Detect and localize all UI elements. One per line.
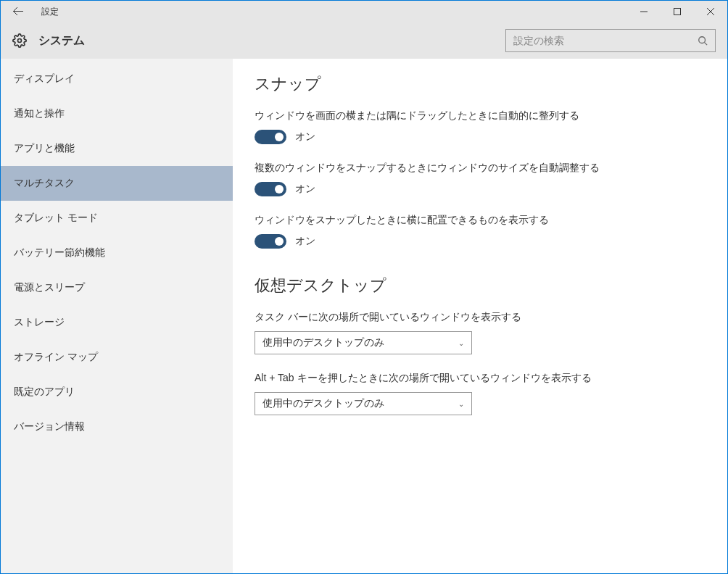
toggle-snap-auto-arrange[interactable] [255,130,286,144]
toggle-snap-assist[interactable] [255,234,286,249]
sidebar-item-label: 通知と操作 [14,107,65,120]
chevron-down-icon: ⌄ [458,339,464,347]
setting-label: ウィンドウを画面の横または隅にドラッグしたときに自動的に整列する [255,109,706,122]
setting-snap-assist: ウィンドウをスナップしたときに横に配置できるものを表示する オン [255,214,706,249]
sidebar-item-defaultapps[interactable]: 既定のアプリ [1,375,233,409]
sidebar-item-notifications[interactable]: 通知と操作 [1,96,233,131]
sidebar-item-label: 電源とスリープ [14,281,85,294]
sidebar-item-label: アプリと機能 [14,142,75,155]
window-controls [627,1,727,22]
search-input[interactable] [513,35,698,46]
content: ディスプレイ 通知と操作 アプリと機能 マルチタスク タブレット モード バッテ… [1,59,727,573]
header: システム [1,22,727,59]
close-button[interactable] [694,1,727,22]
sidebar-item-label: ストレージ [14,316,65,329]
toggle-row: オン [255,182,706,196]
section-virtual-desktop: 仮想デスクトップ タスク バーに次の場所で開いているウィンドウを表示する 使用中… [255,275,706,415]
sidebar-item-storage[interactable]: ストレージ [1,305,233,340]
maximize-icon [674,8,681,15]
sidebar-item-label: タブレット モード [14,212,98,225]
sidebar-item-label: バッテリー節約機能 [14,246,105,259]
sidebar-item-display[interactable]: ディスプレイ [1,62,233,96]
sidebar-item-label: 既定のアプリ [14,386,75,399]
main-panel: スナップ ウィンドウを画面の横または隅にドラッグしたときに自動的に整列する オン… [233,59,727,573]
setting-label: ウィンドウをスナップしたときに横に配置できるものを表示する [255,214,706,227]
toggle-state: オン [295,130,315,144]
toggle-row: オン [255,234,706,249]
sidebar-item-apps[interactable]: アプリと機能 [1,131,233,166]
svg-point-5 [699,37,706,43]
search-icon [698,36,708,46]
search-box[interactable] [505,29,716,52]
titlebar: 🡠 設定 [1,1,727,22]
svg-line-6 [705,43,708,46]
sidebar-item-tablet[interactable]: タブレット モード [1,201,233,236]
back-button[interactable]: 🡠 [1,1,36,22]
back-arrow-icon: 🡠 [12,5,24,18]
toggle-knob [275,185,284,194]
chevron-down-icon: ⌄ [458,400,464,408]
dropdown-value: 使用中のデスクトップのみ [262,397,384,410]
toggle-state: オン [295,235,315,248]
maximize-button[interactable] [661,1,694,22]
sidebar-item-multitasking[interactable]: マルチタスク [1,166,233,201]
sidebar: ディスプレイ 通知と操作 アプリと機能 マルチタスク タブレット モード バッテ… [1,59,233,573]
gear-icon [12,33,27,48]
dropdown-alttab-windows[interactable]: 使用中のデスクトップのみ ⌄ [255,392,472,415]
minimize-button[interactable] [627,1,661,22]
setting-alttab-windows: Alt + Tab キーを押したときに次の場所で開いているウィンドウを表示する … [255,372,706,415]
section-heading-snap: スナップ [255,73,706,95]
close-icon [707,8,714,15]
svg-point-4 [18,39,22,43]
toggle-knob [275,237,284,246]
window-title: 設定 [41,6,59,18]
setting-label: Alt + Tab キーを押したときに次の場所で開いているウィンドウを表示する [255,372,706,385]
minimize-icon [640,8,648,15]
toggle-row: オン [255,130,706,144]
dropdown-value: 使用中のデスクトップのみ [262,336,384,349]
page-title: システム [38,33,85,49]
sidebar-item-power[interactable]: 電源とスリープ [1,270,233,305]
setting-snap-auto-arrange: ウィンドウを画面の横または隅にドラッグしたときに自動的に整列する オン [255,109,706,144]
sidebar-item-label: ディスプレイ [14,72,75,86]
sidebar-item-label: オフライン マップ [14,351,98,364]
sidebar-item-battery[interactable]: バッテリー節約機能 [1,236,233,270]
sidebar-item-maps[interactable]: オフライン マップ [1,340,233,375]
toggle-state: オン [295,183,315,196]
toggle-knob [275,133,284,141]
sidebar-item-label: マルチタスク [14,177,75,190]
sidebar-item-label: バージョン情報 [14,420,85,433]
dropdown-taskbar-windows[interactable]: 使用中のデスクトップのみ ⌄ [255,331,472,354]
setting-taskbar-windows: タスク バーに次の場所で開いているウィンドウを表示する 使用中のデスクトップのみ… [255,311,706,354]
sidebar-item-about[interactable]: バージョン情報 [1,409,233,444]
svg-rect-1 [674,9,681,15]
setting-snap-auto-size: 複数のウィンドウをスナップするときにウィンドウのサイズを自動調整する オン [255,162,706,196]
toggle-snap-auto-size[interactable] [255,182,286,196]
setting-label: タスク バーに次の場所で開いているウィンドウを表示する [255,311,706,324]
setting-label: 複数のウィンドウをスナップするときにウィンドウのサイズを自動調整する [255,162,706,175]
section-heading-virtual-desktop: 仮想デスクトップ [255,275,706,296]
